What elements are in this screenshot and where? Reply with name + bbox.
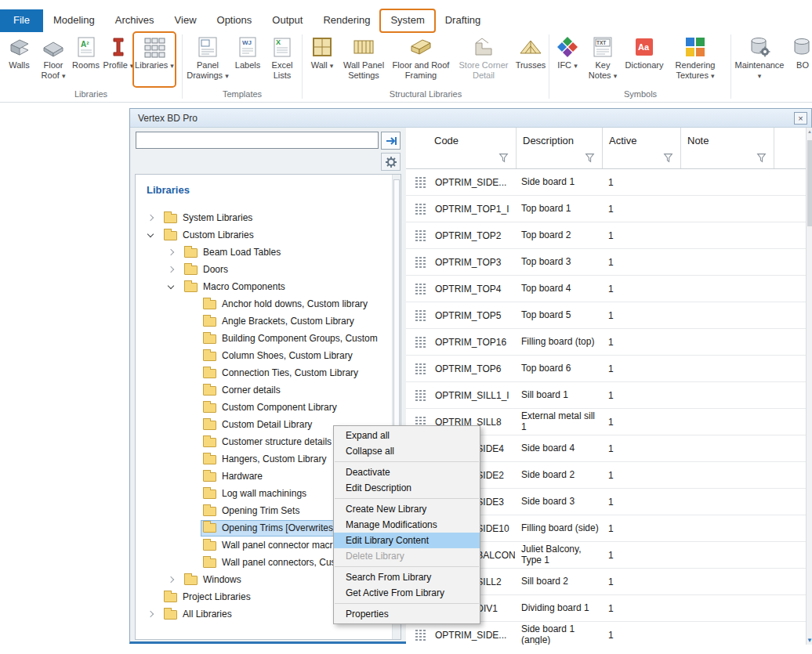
- tree-item[interactable]: Corner details: [136, 381, 391, 399]
- menu-item-get-active-from-library[interactable]: Get Active From Library: [334, 585, 480, 601]
- key-notes-button[interactable]: TXT Key Notes ▾: [583, 34, 622, 85]
- bo-button[interactable]: BO: [785, 34, 812, 85]
- tree-item[interactable]: Angle Brackets, Custom Library: [136, 313, 391, 330]
- floor-and-roof-framing-button[interactable]: Floor and Roof Framing: [388, 34, 454, 85]
- tree-item-custom-libraries[interactable]: Custom Libraries: [136, 226, 391, 244]
- chevron-right-icon[interactable]: [147, 215, 154, 221]
- table-row[interactable]: OPTRIM_TOP1_ITop board 11: [406, 196, 806, 222]
- tab-rendering[interactable]: Rendering: [313, 9, 380, 32]
- tab-view[interactable]: View: [165, 9, 207, 32]
- profile-button[interactable]: Profile ▾: [102, 34, 135, 85]
- menu-item-edit-description[interactable]: Edit Description: [334, 480, 480, 496]
- tab-output[interactable]: Output: [262, 9, 313, 32]
- filter-icon[interactable]: [498, 153, 509, 163]
- tab-options[interactable]: Options: [207, 9, 263, 32]
- button-label: Floor Roof ▾: [37, 60, 70, 80]
- maintenance-button[interactable]: Maintenance ▾: [734, 34, 785, 85]
- wall-panel-settings-button[interactable]: Wall Panel Settings: [339, 34, 388, 85]
- column-header-description[interactable]: Description: [517, 128, 603, 168]
- item-grid-icon: [415, 229, 426, 242]
- column-header-code[interactable]: Code: [406, 128, 517, 168]
- chevron-down-icon[interactable]: [168, 282, 174, 288]
- button-label: Rendering Textures ▾: [666, 60, 724, 80]
- panel-drawings-button[interactable]: Panel Drawings ▾: [185, 34, 230, 85]
- scroll-up-icon[interactable]: ▲: [807, 129, 812, 134]
- labels-button[interactable]: WJ Labels: [230, 34, 265, 85]
- chevron-right-icon[interactable]: [168, 576, 174, 583]
- table-row[interactable]: OPTRIM_TOP6Top board 61: [406, 356, 806, 382]
- tree-item-macro-components[interactable]: Macro Components: [136, 278, 391, 295]
- menu-item-create-new-library[interactable]: Create New Library: [334, 501, 480, 517]
- rendering-textures-icon: [683, 35, 707, 59]
- tree-item-beam-load-tables[interactable]: Beam Load Tables: [136, 244, 391, 261]
- table-row[interactable]: OPTRIM_SILL1_ISill board 11: [406, 382, 806, 409]
- floor-roof-button[interactable]: Floor Roof ▾: [37, 34, 70, 85]
- menu-item-collapse-all[interactable]: Collapse all: [334, 443, 480, 459]
- menu-item-manage-modifications[interactable]: Manage Modifications: [334, 517, 480, 533]
- group-separator: [730, 34, 731, 99]
- column-header-note[interactable]: Note: [681, 128, 774, 168]
- tab-archives[interactable]: Archives: [105, 9, 165, 32]
- search-go-button[interactable]: [381, 132, 401, 150]
- folder-icon: [203, 317, 216, 327]
- table-row[interactable]: OPTRIM_TOP5Top board 51: [406, 302, 806, 329]
- table-row[interactable]: OPTRIM_TOP3Top board 31: [406, 249, 806, 276]
- tree-item[interactable]: Building Component Groups, Custom: [136, 330, 391, 347]
- context-menu: Expand all Collapse all Deactivate Edit …: [333, 425, 480, 624]
- table-row[interactable]: OPTRIM_SIDE...Side board 1 (angle)1: [406, 622, 806, 645]
- table-row[interactable]: OPTRIM_TOP4Top board 41: [406, 276, 806, 302]
- button-label: Profile ▾: [103, 60, 134, 70]
- chevron-right-icon[interactable]: [168, 266, 174, 273]
- key-notes-icon: TXT: [591, 35, 614, 59]
- tab-file[interactable]: File: [0, 9, 43, 32]
- menu-item-search-from-library[interactable]: Search From Library: [334, 569, 480, 585]
- table-scrollbar[interactable]: ▲ ▼: [806, 128, 812, 645]
- wall-button[interactable]: Wall ▾: [305, 34, 339, 85]
- menu-separator: [335, 498, 479, 499]
- scroll-down-icon[interactable]: ▼: [807, 637, 812, 644]
- column-header-active[interactable]: Active: [603, 128, 681, 168]
- tab-drafting[interactable]: Drafting: [435, 9, 491, 32]
- chevron-right-icon[interactable]: [168, 249, 174, 255]
- filter-icon[interactable]: [663, 153, 673, 163]
- tree-item[interactable]: Column Shoes, Custom Library: [136, 347, 391, 364]
- chevron-down-icon[interactable]: [147, 230, 154, 237]
- settings-button[interactable]: [381, 153, 401, 171]
- item-grid-icon: [415, 283, 426, 295]
- search-input[interactable]: [136, 132, 379, 149]
- group-templates: Panel Drawings ▾ WJ Labels X Excel Lists: [185, 34, 299, 85]
- menu-item-edit-library-content[interactable]: Edit Library Content: [334, 533, 480, 548]
- menu-item-expand-all[interactable]: Expand all: [334, 428, 480, 443]
- table-row[interactable]: OPTRIM_TOP16Filling board (top)1: [406, 329, 806, 356]
- tab-system[interactable]: System: [380, 9, 434, 32]
- rooms-button[interactable]: A² Rooms: [70, 34, 102, 85]
- close-icon[interactable]: ×: [794, 112, 807, 125]
- chevron-down-icon: ▾: [130, 62, 134, 70]
- tab-modeling[interactable]: Modeling: [43, 9, 105, 32]
- menu-item-deactivate[interactable]: Deactivate: [334, 464, 480, 480]
- libraries-icon: [143, 35, 166, 59]
- table-row[interactable]: OPTRIM_TOP2Top board 21: [406, 222, 806, 249]
- filter-icon[interactable]: [585, 153, 595, 163]
- tree-item-system-libraries[interactable]: System Libraries: [136, 209, 391, 226]
- menu-item-properties[interactable]: Properties: [334, 606, 480, 622]
- tree-item[interactable]: Anchor hold downs, Custom library: [136, 295, 391, 313]
- tree-item[interactable]: Custom Component Library: [136, 399, 391, 416]
- table-row[interactable]: OPTRIM_SIDE...Side board 11: [406, 169, 806, 196]
- tree-item-doors[interactable]: Doors: [136, 261, 391, 278]
- tree-item[interactable]: Connection Ties, Custom Library: [136, 364, 391, 381]
- scrollbar-thumb[interactable]: [807, 140, 812, 226]
- store-corner-detail-button[interactable]: Store Corner Detail: [454, 34, 513, 85]
- filter-icon[interactable]: [756, 153, 767, 163]
- item-grid-icon: [415, 256, 426, 269]
- ifc-button[interactable]: IFC ▾: [552, 34, 583, 85]
- libraries-button[interactable]: Libraries ▾: [135, 34, 174, 85]
- walls-button[interactable]: Walls: [2, 34, 37, 85]
- dictionary-button[interactable]: Aa Dictionary: [622, 34, 666, 85]
- rendering-textures-button[interactable]: Rendering Textures ▾: [666, 34, 724, 85]
- menu-item-delete-library[interactable]: Delete Library: [334, 548, 480, 564]
- trusses-button[interactable]: Trusses: [513, 34, 548, 85]
- chevron-right-icon[interactable]: [147, 611, 154, 617]
- excel-lists-button[interactable]: X Excel Lists: [265, 34, 299, 85]
- button-label: Walls: [9, 60, 29, 70]
